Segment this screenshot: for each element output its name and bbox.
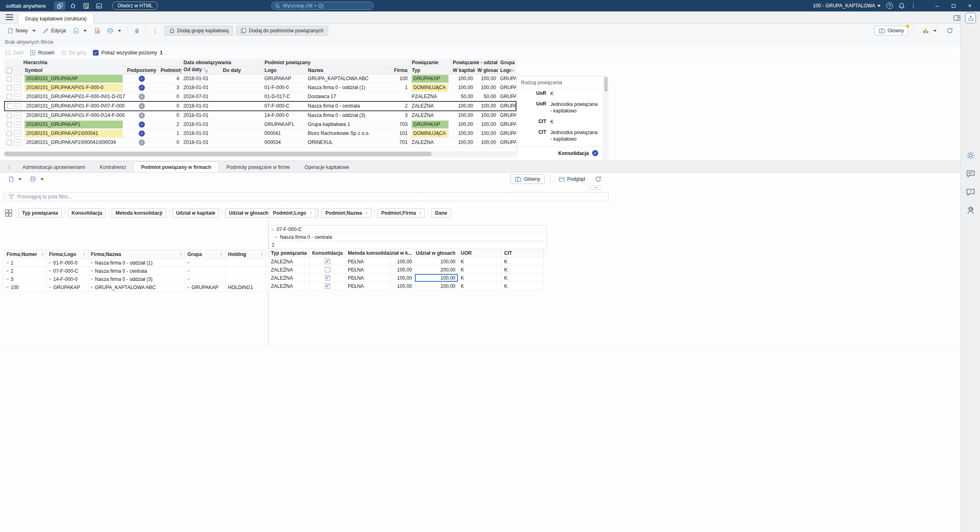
tab-podmioty-powiazane-w-firmie[interactable]: Podmioty powiązane w firmie — [219, 162, 297, 172]
preview-toggle-button[interactable]: Podgląd — [556, 174, 588, 184]
pivot-field-konsolidacja[interactable]: Konsolidacja — [68, 209, 106, 218]
expand-chevron-icon[interactable] — [90, 277, 93, 280]
pivot-column-group-logo[interactable]: 07-F-000-C — [268, 225, 547, 233]
grid-row[interactable]: ⋯ 20180101_GRUPAKAP\01-F-000-0 3 2018-01… — [5, 83, 516, 92]
column-header-sublevels[interactable]: Podpoziomy — [125, 66, 158, 74]
consolidation-checkbox[interactable] — [325, 259, 330, 264]
cell-metoda[interactable]: PEŁNA — [345, 282, 390, 290]
document-options-button[interactable] — [70, 26, 90, 36]
column-header-type[interactable]: Typ — [410, 66, 451, 74]
cell-cit[interactable]: K — [501, 265, 544, 274]
row-checkbox[interactable] — [7, 140, 12, 145]
search-input[interactable] — [283, 3, 360, 9]
cell-uor[interactable]: K — [458, 257, 502, 266]
row-field-holding[interactable]: Holding↑ — [225, 250, 266, 259]
row-field-grupa[interactable]: Grupa↑ — [185, 250, 225, 259]
row-checkbox[interactable] — [7, 131, 12, 136]
support-agent-button[interactable] — [961, 202, 980, 219]
apps-icon[interactable] — [54, 1, 65, 10]
tab-kontrahenci[interactable]: Kontrahenci — [92, 162, 133, 172]
cell-udzial-k[interactable]: 100,00 — [390, 282, 415, 290]
data-header-udzial-k[interactable]: Udział w k... — [390, 249, 415, 258]
row-checkbox[interactable] — [7, 122, 12, 127]
bc-module-icon[interactable]: bc — [93, 1, 105, 10]
consolidation-checkbox[interactable] — [325, 267, 330, 272]
add-to-related-entities-button[interactable]: Dodaj do podmiotów powiązanych — [236, 26, 328, 36]
spreadsheet-module-icon[interactable] — [80, 1, 92, 10]
tab-grupy-kapitalowe[interactable]: Grupy kapitałowe (struktura) — [18, 13, 94, 24]
cell-metoda[interactable]: PEŁNA — [345, 257, 390, 266]
row-menu-button[interactable]: ⋯ — [14, 76, 21, 82]
expand-chevron-icon[interactable] — [187, 277, 190, 280]
grid-row[interactable]: ⋯ 20180101_GRUPAKAP1\000041\000034 0 201… — [5, 138, 516, 147]
pivot-field-udzial-w-glosach[interactable]: Udział w głosach — [225, 209, 272, 218]
cell-udzial-g[interactable]: 100,00 — [415, 257, 458, 266]
panel-vertical-scrollbar[interactable]: ⌄ — [603, 76, 608, 159]
column-header-symbol[interactable]: Symbol — [23, 66, 125, 74]
expand-chevron-icon[interactable] — [187, 269, 190, 272]
refresh-button[interactable] — [943, 26, 956, 36]
expand-chevron-icon[interactable] — [6, 277, 9, 280]
pivot-column-group-firma[interactable]: 2 — [268, 241, 547, 249]
column-header-capital[interactable]: W kapitale — [451, 66, 475, 74]
row-checkbox[interactable] — [7, 76, 12, 81]
pivot-field-typ-powiazania[interactable]: Typ powiązania — [18, 209, 62, 218]
help-chat-button[interactable]: ? — [961, 184, 980, 200]
expand-chevron-icon[interactable] — [90, 285, 93, 288]
show-all-levels-checkbox[interactable] — [93, 50, 99, 56]
refresh-button[interactable] — [592, 174, 605, 184]
pivot-field-udzial-w-kapitale[interactable]: Udział w kapitale — [172, 209, 219, 218]
row-menu-button[interactable]: ⋯ — [14, 103, 21, 109]
main-view-button[interactable]: Główny — [874, 26, 908, 36]
row-checkbox[interactable] — [7, 85, 12, 90]
window-maximize-button[interactable] — [948, 2, 959, 9]
more-options-icon[interactable]: ⋮ — [910, 3, 916, 9]
pivot-row[interactable]: 2 07-F-000-C Nasza firma 0 - centrala — [4, 267, 268, 275]
pivot-layout-button[interactable] — [5, 209, 12, 218]
cell-typ[interactable]: ZALEŻNA — [268, 265, 310, 274]
global-search[interactable] — [271, 2, 374, 10]
pivot-col-dane[interactable]: Dane — [431, 209, 451, 218]
collapse-button[interactable]: Zwiń — [5, 50, 23, 56]
expand-chevron-icon[interactable] — [49, 269, 52, 272]
assistant-button[interactable] — [961, 147, 980, 164]
cell-cit[interactable]: K — [501, 282, 544, 290]
expand-chevron-icon[interactable] — [90, 261, 93, 264]
export-button[interactable] — [5, 174, 25, 184]
cell-uor[interactable]: K — [458, 274, 502, 282]
expand-chevron-icon[interactable] — [49, 261, 52, 264]
row-menu-button[interactable]: ⋯ — [14, 85, 21, 91]
expand-button[interactable]: Rozwiń — [30, 50, 54, 56]
cell-cit[interactable]: K — [501, 274, 544, 282]
more-toolbar-options-button[interactable]: ⋮ — [149, 26, 161, 36]
pivot-row[interactable]: 100 GRUPAKAP GRUPA_KAPTALOWA ABC GRUPAKA… — [4, 283, 268, 292]
tab-operacje-kapitalowe[interactable]: Operacje kapitałowe — [297, 162, 357, 172]
group-header-hierarchy[interactable]: Hierarchia — [5, 59, 181, 66]
collapse-toolbar-button[interactable] — [589, 185, 602, 190]
column-header-entities[interactable]: Podmioty — [158, 66, 181, 74]
group-header-group[interactable]: Grupa — [498, 59, 516, 66]
data-header-uor[interactable]: UOR — [458, 249, 502, 258]
window-minimize-button[interactable]: – — [932, 2, 942, 9]
go-up-button[interactable]: Do góry — [61, 50, 86, 56]
cell-udzial-g[interactable]: 100,00 — [415, 282, 458, 290]
row-menu-button[interactable]: ⋯ — [14, 139, 21, 146]
tab-more-options-icon[interactable]: ⋮ — [7, 164, 12, 170]
tab-podmiot-powiazany-w-firmach[interactable]: Podmiot powiązany w firmach — [133, 162, 219, 172]
consolidation-checkbox[interactable] — [325, 275, 330, 281]
row-field-firma-numer[interactable]: Firma;Numer↑ — [4, 250, 47, 259]
select-all-header[interactable] — [5, 66, 12, 74]
new-button[interactable]: Nowy — [4, 26, 39, 36]
column-header-to-date[interactable]: Do daty — [221, 66, 262, 74]
data-header-typ[interactable]: Typ powiązania — [268, 249, 310, 258]
data-header-metoda[interactable]: Metoda konsolidacji — [345, 249, 390, 258]
pivot-field-metoda-konsolidacji[interactable]: Metoda konsolidacji — [112, 209, 166, 218]
cell-cit[interactable]: K — [501, 257, 544, 266]
row-menu-button[interactable]: ⋯ — [14, 94, 21, 100]
cell-uor[interactable]: K — [458, 282, 502, 290]
scrollbar-thumb[interactable] — [604, 77, 608, 92]
print-button[interactable] — [27, 174, 47, 184]
grid-row[interactable]: ⋯ 20180101_GRUPAKAP\01-F-000-0\01-D-017-… — [5, 92, 516, 101]
expand-chevron-icon[interactable] — [49, 277, 52, 280]
column-header-votes[interactable]: W głosach — [475, 66, 498, 74]
